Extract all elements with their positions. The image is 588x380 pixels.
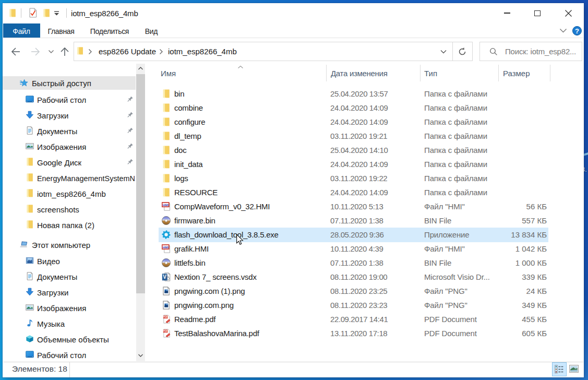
svg-text:PDF: PDF (163, 330, 168, 332)
svg-text:PDF: PDF (163, 316, 168, 318)
svg-text:HMI: HMI (163, 245, 169, 249)
svg-text:HMI: HMI (163, 203, 169, 207)
svg-text:V: V (163, 274, 166, 280)
